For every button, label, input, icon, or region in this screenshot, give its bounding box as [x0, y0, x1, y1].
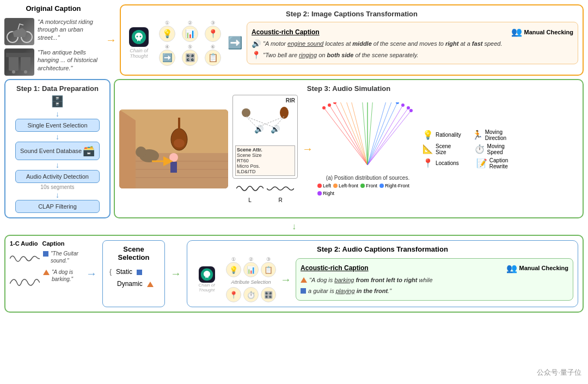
acoustic-text-1: 🔊 "A motor engine sound locates at middl…	[252, 39, 573, 48]
svg-text:🔊: 🔊	[271, 125, 280, 134]
bottom-lightbulb-icon: 💡	[226, 262, 241, 277]
step2-image-box: Step 2: Image Captions Transformation Ch…	[120, 4, 584, 76]
acoustic-caption-bottom: Acoustic-rich Caption 👥 Manual Checking …	[296, 258, 573, 301]
attr-speed-icon: ⏱️	[243, 287, 259, 302]
chatgpt-icon-bottom	[199, 266, 215, 283]
icon-gauge: 🎛️	[182, 50, 198, 66]
svg-point-57	[396, 102, 399, 104]
svg-text:🔊: 🔊	[254, 125, 264, 134]
dog-waveform	[10, 273, 40, 290]
one-c-audio-panel: 1-C Audio Caption "The	[10, 240, 81, 307]
image-caption-item-1: "A motorcyclist riding through an urban …	[4, 18, 102, 45]
bottom-icon-2: ② 📊	[243, 257, 259, 277]
guitar-waveform	[10, 250, 40, 267]
icon-lightbulb: 💡	[159, 26, 175, 42]
scene-size-item: 📐 Scene Size ⏱️ Moving Speed	[422, 143, 518, 155]
scene-selection-title: Scene Selection	[107, 245, 160, 261]
manual-check-bottom: 👥 Manual Checking	[506, 263, 568, 273]
legend-left: Left	[317, 183, 331, 188]
bells-caption: "Two antique bells hanging ... of histor…	[38, 48, 102, 72]
step-icon-4: ④ ➡️	[157, 44, 177, 66]
svg-rect-4	[6, 53, 33, 57]
dynamic-label: Dynamic	[117, 280, 143, 288]
room-simulation	[119, 109, 228, 188]
watermark: 公众号·量子位	[537, 368, 581, 377]
legend-front-label: Front	[366, 183, 377, 188]
icon-arrow: ➡️	[159, 50, 175, 66]
waveform-L-label: L	[236, 197, 264, 203]
main-container: Original Caption "A motorcyclist riding …	[0, 0, 588, 384]
svg-line-44	[367, 105, 403, 165]
step1-box: Step 1: Data Preparation 🗄️ ↓ Single Eve…	[4, 79, 111, 218]
step-icon-5: ⑤ 🎛️	[180, 44, 200, 66]
acoustic-caption-box: Acoustic-rich Caption 👥 Manual Checking …	[247, 22, 578, 64]
scene-size: Scene Size	[237, 153, 293, 158]
step1-title: Step 1: Data Preparation	[10, 84, 105, 93]
step-icon-3: ③ 📍	[203, 20, 223, 42]
pos-dist-title: (a) Position distribution of sources.	[317, 175, 418, 181]
top-section: Original Caption "A motorcyclist riding …	[4, 4, 584, 76]
dog-audio-item: "A dog is barking from front left to rig…	[301, 276, 568, 285]
step2-title: Step 2: Image Captions Transformation	[125, 10, 578, 18]
flow-arrow-2: ↓	[56, 133, 59, 141]
dog-caption-item: "A dog is barking."	[43, 269, 81, 283]
legend-left-front-label: Left-front	[339, 183, 358, 188]
motorcycle-image	[4, 18, 34, 45]
svg-marker-15	[119, 109, 136, 188]
acoustic-caption-title: Acoustic-rich Caption	[252, 28, 320, 36]
people-icon: 👥	[511, 27, 522, 37]
svg-point-9	[140, 36, 142, 38]
waveform-R-label: R	[267, 197, 294, 203]
svg-point-49	[322, 106, 326, 109]
locations-item: 📍 Locations 📝 Caption Rewrite	[422, 157, 518, 169]
guitar-audio-item: a guitar is playing in the front."	[301, 287, 568, 296]
single-event-box: Single Event Selection	[15, 119, 100, 132]
acoustic-bottom-header: Acoustic-rich Caption 👥 Manual Checking	[301, 263, 568, 273]
chatgpt-icon	[129, 27, 149, 47]
bottom-chart-icon: 📊	[243, 262, 259, 277]
step3-title: Step 3: Audio Simulation	[119, 84, 578, 93]
cot-bottom-icon: Chain of Thought	[192, 266, 222, 292]
caption-rewrite-icon: 📝	[476, 158, 487, 168]
step-icon-6: ⑥ 📋	[203, 44, 223, 66]
legend-right-front-label: Right-Front	[385, 183, 409, 188]
people-icon-bottom: 👥	[506, 263, 517, 273]
svg-point-20	[136, 147, 146, 157]
cot-bottom-label: Chain of Thought	[192, 283, 222, 292]
acoustic-caption-text-1: "A motor engine sound locates at middle …	[263, 39, 503, 48]
caption-rewrite-label: Caption Rewrite	[489, 157, 518, 169]
sound-event-db-box: Sound Event Database 🗃️	[15, 142, 100, 160]
ild-itd: ILD&ITD	[237, 169, 293, 174]
audio-waves	[10, 250, 40, 290]
dog-caption-text: "A dog is barking."	[52, 269, 81, 283]
scene-attr-title: Scene Attr.	[237, 147, 293, 153]
rt60: RT60	[237, 158, 293, 163]
svg-line-32	[329, 105, 367, 165]
dog-acoustic-text: "A dog is barking from front left to rig…	[309, 276, 433, 285]
bottom-icons-area: ① 💡 ② 📊 ③ 📋 Attribute Selection	[226, 257, 276, 302]
legend-front: Front	[360, 183, 377, 188]
bottom-icon-1: ① 💡	[226, 257, 241, 277]
step2-audio-box: Step 2: Audio Captions Transformation Ch…	[187, 240, 578, 307]
scene-brace: {	[109, 268, 112, 276]
segment-label: 10s segments	[40, 184, 74, 190]
rationality-icon: 💡	[422, 130, 433, 140]
moving-dir-label: Moving Direction	[485, 129, 518, 141]
manual-checking-label: Manual Checking	[524, 29, 573, 35]
svg-point-58	[401, 103, 405, 107]
svg-point-6	[24, 70, 27, 74]
flow-arrow-1: ↓	[56, 110, 59, 118]
legend-right-label: Right	[323, 191, 334, 196]
manual-check-label-bottom: Manual Checking	[519, 265, 568, 271]
middle-row: Step 1: Data Preparation 🗄️ ↓ Single Eve…	[4, 79, 584, 218]
dynamic-marker	[147, 282, 154, 287]
attr-gauge-icon: 🎛️	[261, 287, 276, 302]
step3-arrow: →	[302, 143, 313, 155]
scene-size-label: Scene Size	[436, 143, 460, 155]
middle-to-bottom-arrow: ↓	[4, 222, 584, 231]
waveform-R: R	[267, 182, 294, 203]
locations-icon: 📍	[422, 158, 433, 168]
captions-col: "The Guitar sound." "A dog is barking."	[43, 250, 81, 283]
chain-of-thought-label: Chain of Thought	[125, 48, 152, 59]
acoustic-caption-text-2: "Two bell are ringing on both side of th…	[263, 51, 418, 60]
